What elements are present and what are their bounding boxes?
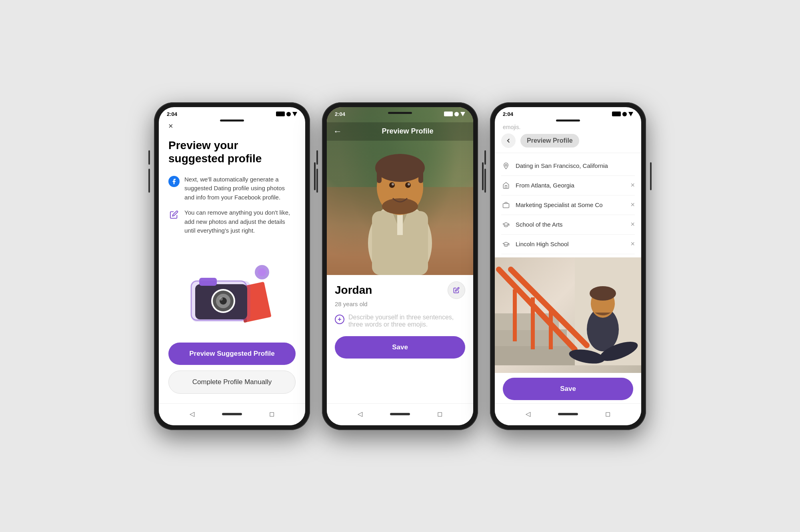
wifi-icon-1 (292, 112, 297, 116)
battery-icon-2 (444, 112, 453, 116)
svg-point-18 (375, 154, 425, 182)
remove-highschool-button[interactable]: × (630, 240, 635, 248)
info-text-2: You can remove anything you don't like, … (184, 208, 296, 235)
signal-icon-3 (622, 112, 627, 116)
phone-1: 2:04 × Preview your suggested profile (154, 102, 310, 430)
phone3-header: Preview Profile (495, 130, 641, 153)
preview-header-2: ← Preview Profile (327, 122, 473, 141)
status-time-1: 2:04 (167, 111, 177, 117)
back-button-3[interactable] (501, 133, 516, 148)
vol-down-button-3 (484, 169, 486, 193)
svg-point-25 (408, 183, 410, 185)
power-button-2 (482, 162, 484, 190)
highschool-text: Lincoln High School (516, 241, 626, 247)
edit-profile-button[interactable] (448, 281, 465, 299)
bio-placeholder-area[interactable]: + Describe yourself in three sentences, … (335, 314, 465, 328)
back-button-2[interactable]: ← (333, 126, 342, 137)
nav-pill-2[interactable] (390, 413, 410, 415)
signal-icon-1 (286, 112, 291, 116)
remove-work-button[interactable]: × (630, 201, 635, 209)
phone-3: 2:04 emojis. Preview Profile (490, 102, 646, 430)
detail-item-from: From Atlanta, Georgia × (501, 176, 635, 195)
bio-placeholder-text: Describe yourself in three sentences, th… (348, 314, 465, 328)
save-button-3[interactable]: Save (503, 378, 633, 400)
pencil-icon (168, 209, 180, 220)
close-button[interactable]: × (168, 122, 296, 131)
location-pin-icon (501, 161, 511, 171)
nav-home-3[interactable]: ◻ (603, 409, 613, 419)
work-icon (501, 200, 511, 210)
preview-suggested-profile-button[interactable]: Preview Suggested Profile (168, 343, 296, 365)
svg-rect-27 (503, 203, 509, 208)
preview-title-2: Preview Profile (348, 127, 467, 135)
vol-down-button (148, 169, 150, 193)
vol-up-button (148, 150, 150, 165)
phone1-content: × Preview your suggested profile Next, w… (159, 122, 305, 403)
phone3-save-area: Save (495, 373, 641, 403)
nav-pill-3[interactable] (558, 413, 578, 415)
phone-1-screen: 2:04 × Preview your suggested profile (159, 107, 305, 425)
from-location-text: From Atlanta, Georgia (516, 182, 626, 189)
nav-bar-3: ◁ ◻ (495, 403, 641, 425)
svg-point-26 (505, 164, 507, 166)
save-button-2[interactable]: Save (335, 336, 465, 359)
profile-name-row: Jordan (335, 281, 465, 299)
nav-home-1[interactable]: ◻ (267, 409, 277, 419)
info-item-facebook: Next, we'll automatically generate a sug… (168, 175, 296, 202)
nav-back-1[interactable]: ◁ (187, 409, 197, 419)
svg-point-12 (258, 268, 266, 276)
vol-up-button-3 (484, 150, 486, 165)
page-title-1: Preview your suggested profile (168, 139, 296, 165)
wifi-icon-2 (460, 112, 465, 116)
vol-up-button-2 (316, 150, 318, 165)
add-bio-button[interactable]: + (335, 315, 344, 324)
battery-icon-1 (276, 112, 285, 116)
profile-photo-area: 2:04 ← Preview Profile (327, 107, 473, 275)
nav-back-2[interactable]: ◁ (355, 409, 365, 419)
svg-rect-20 (418, 167, 423, 183)
stairs-svg (495, 257, 641, 365)
profile-age: 28 years old (335, 301, 465, 307)
dating-location-text: Dating in San Francisco, California (516, 162, 635, 169)
phones-container: 2:04 × Preview your suggested profile (154, 102, 646, 430)
remove-from-button[interactable]: × (630, 181, 635, 189)
remove-school-button[interactable]: × (630, 220, 635, 229)
phone-2-screen: 2:04 ← Preview Profile Jordan (327, 107, 473, 425)
profile-info-2: Jordan 28 years old + Describe yourself … (327, 275, 473, 403)
high-school-icon (501, 239, 511, 249)
svg-point-21 (382, 198, 418, 214)
nav-bar-1: ◁ ◻ (159, 403, 305, 425)
complete-profile-manually-button[interactable]: Complete Profile Manually (168, 371, 296, 394)
detail-item-highschool: Lincoln High School × (501, 235, 635, 254)
info-text-1: Next, we'll automatically generate a sug… (184, 175, 296, 202)
home-icon (501, 181, 511, 190)
facebook-icon (168, 176, 180, 187)
svg-point-40 (590, 286, 616, 301)
camera-illustration (168, 250, 296, 335)
phone-3-screen: 2:04 emojis. Preview Profile (495, 107, 641, 425)
nav-back-3[interactable]: ◁ (523, 409, 533, 419)
signal-icon-2 (454, 112, 459, 116)
work-text: Marketing Specialist at Some Co (516, 201, 626, 208)
profile-detail-list: Dating in San Francisco, California From… (495, 153, 641, 257)
info-item-pencil: You can remove anything you don't like, … (168, 208, 296, 235)
detail-item-school: School of the Arts × (501, 215, 635, 235)
status-time-2: 2:04 (335, 111, 345, 117)
profile-name: Jordan (335, 284, 372, 297)
scrolled-bio-text: emojis. (495, 122, 641, 130)
nav-bar-2: ◁ ◻ (327, 403, 473, 425)
status-time-3: 2:04 (503, 111, 513, 117)
nav-pill-1[interactable] (222, 413, 242, 415)
graduation-icon (501, 220, 511, 229)
phone-2: 2:04 ← Preview Profile Jordan (322, 102, 478, 430)
detail-item-work: Marketing Specialist at Some Co × (501, 195, 635, 215)
preview-badge-3: Preview Profile (520, 134, 579, 147)
nav-home-2[interactable]: ◻ (435, 409, 445, 419)
power-button (314, 162, 316, 190)
vol-down-button-2 (316, 169, 318, 193)
wifi-icon-3 (628, 112, 633, 116)
battery-icon-3 (612, 112, 621, 116)
school-text: School of the Arts (516, 221, 626, 228)
svg-point-24 (392, 183, 394, 185)
svg-rect-19 (377, 167, 382, 183)
